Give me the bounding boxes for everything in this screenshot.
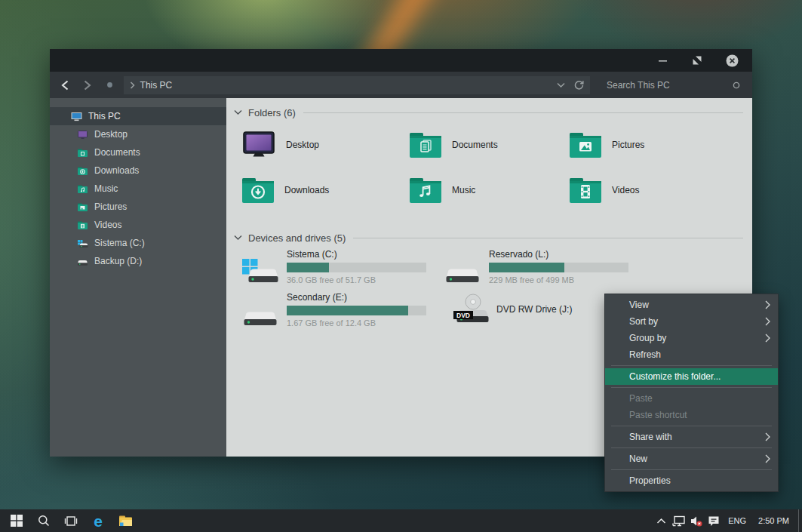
computer-icon <box>71 111 82 122</box>
sidebar-item-pictures[interactable]: Pictures <box>50 198 226 216</box>
file-explorer-button[interactable] <box>115 509 136 532</box>
menu-item-label: New <box>629 454 647 464</box>
section-title: Folders (6) <box>248 107 296 118</box>
language-indicator[interactable]: ENG <box>722 509 752 532</box>
drive-tile-reservado-l[interactable]: Reservado (L:) 229 MB free of 499 MB <box>444 249 628 287</box>
close-icon <box>726 54 739 67</box>
sidebar-item-downloads[interactable]: Downloads <box>50 161 226 180</box>
volume-tray-button[interactable] <box>687 509 705 532</box>
sidebar-item-videos[interactable]: Videos <box>50 216 226 234</box>
desktop-icon <box>77 129 88 140</box>
menu-item-share-with[interactable]: Share with <box>605 429 778 445</box>
menu-item-sort-by[interactable]: Sort by <box>605 313 778 330</box>
collapse-chevron-icon[interactable] <box>234 235 242 241</box>
minimize-button[interactable] <box>653 52 672 69</box>
menu-item-label: Refresh <box>629 349 661 360</box>
music-folder-icon <box>77 183 88 195</box>
back-button[interactable] <box>59 79 71 91</box>
sidebar-item-this-pc[interactable]: This PC <box>50 107 226 125</box>
address-dropdown-icon[interactable] <box>557 82 565 88</box>
start-button[interactable] <box>6 509 27 532</box>
sidebar-item-label: Sistema (C:) <box>94 238 145 248</box>
menu-item-view[interactable]: View <box>605 297 778 313</box>
downloads-folder-icon <box>77 165 88 177</box>
submenu-arrow-icon <box>765 317 770 326</box>
pictures-folder-icon <box>77 201 88 213</box>
sidebar-item-desktop[interactable]: Desktop <box>50 125 226 143</box>
menu-item-group-by[interactable]: Group by <box>605 330 778 346</box>
restore-icon <box>693 56 702 65</box>
close-button[interactable] <box>722 52 742 69</box>
recent-locations-icon <box>106 81 113 88</box>
menu-item-label: Paste <box>629 393 653 404</box>
context-menu: View Sort by Group by Refresh Customize … <box>604 294 779 492</box>
sidebar-item-label: Documents <box>94 147 140 158</box>
sidebar-item-label: Music <box>94 183 118 194</box>
show-desktop-button[interactable] <box>798 509 802 532</box>
submenu-arrow-icon <box>765 432 770 441</box>
folder-tile-downloads[interactable]: Downloads <box>241 174 329 207</box>
folder-tile-documents[interactable]: Documents <box>409 128 498 161</box>
minimize-icon <box>659 57 667 65</box>
taskbar-search-button[interactable] <box>33 509 54 532</box>
windows-logo-icon <box>11 515 23 527</box>
capacity-bar-fill <box>287 263 329 272</box>
section-header-folders: Folders (6) <box>226 106 752 119</box>
network-tray-button[interactable] <box>670 509 687 532</box>
folder-label: Music <box>452 185 475 195</box>
breadcrumb: This PC <box>140 80 173 91</box>
action-center-button[interactable] <box>705 509 722 532</box>
clock[interactable]: 2:50 PM <box>752 509 795 532</box>
search-input[interactable] <box>596 76 752 94</box>
drive-tile-sistema-c[interactable]: Sistema (C:) 36.0 GB free of 51.7 GB <box>241 249 426 287</box>
breadcrumb-chevron-icon <box>130 81 135 89</box>
task-view-button[interactable] <box>60 509 81 532</box>
dvd-drive-icon: DVD <box>453 293 489 328</box>
documents-folder-icon <box>77 147 88 158</box>
address-bar[interactable]: This PC <box>124 76 590 94</box>
recent-locations-button[interactable] <box>104 79 116 91</box>
folder-tile-pictures[interactable]: Pictures <box>569 128 644 161</box>
tray-overflow-button[interactable] <box>653 509 670 532</box>
capacity-bar <box>287 263 426 272</box>
drive-icon <box>241 298 279 330</box>
sidebar-item-backup-d[interactable]: Backup (D:) <box>50 252 226 270</box>
folder-tile-music[interactable]: Music <box>409 174 475 207</box>
drive-tile-dvd-j[interactable]: DVD DVD RW Drive (J:) <box>453 293 572 328</box>
back-icon <box>60 80 69 91</box>
menu-separator <box>611 469 772 470</box>
sidebar-item-sistema-c[interactable]: Sistema (C:) <box>50 234 226 252</box>
edge-browser-button[interactable]: e <box>88 509 109 532</box>
drive-name: Secondary (E:) <box>287 292 426 304</box>
restore-button[interactable] <box>687 52 707 69</box>
submenu-arrow-icon <box>765 334 770 343</box>
drive-icon <box>77 256 88 267</box>
menu-item-label: Paste shortcut <box>629 410 687 420</box>
collapse-chevron-icon[interactable] <box>234 109 242 115</box>
chevron-up-icon <box>656 518 666 524</box>
system-drive-icon <box>241 255 279 287</box>
drive-tile-secondary-e[interactable]: Secondary (E:) 1.67 GB free of 12.4 GB <box>241 292 426 330</box>
forward-button[interactable] <box>81 79 94 91</box>
taskbar: e <box>0 509 802 532</box>
file-explorer-icon <box>118 515 133 527</box>
folder-label: Downloads <box>284 185 329 195</box>
refresh-icon[interactable] <box>574 80 584 90</box>
search-icon[interactable] <box>733 81 740 89</box>
folder-tile-videos[interactable]: Videos <box>569 174 639 207</box>
menu-item-refresh[interactable]: Refresh <box>605 346 778 363</box>
menu-item-label: Sort by <box>629 316 658 327</box>
sidebar-item-label: Backup (D:) <box>94 256 142 266</box>
system-drive-icon <box>77 238 88 249</box>
folder-tile-desktop[interactable]: Desktop <box>241 128 319 161</box>
menu-item-new[interactable]: New <box>605 451 778 467</box>
menu-item-customize-this-folder[interactable]: Customize this folder... <box>605 368 778 385</box>
menu-item-properties[interactable]: Properties <box>605 472 778 489</box>
folder-label: Videos <box>612 185 639 195</box>
section-rule <box>353 238 743 238</box>
videos-folder-icon <box>569 176 602 204</box>
volume-muted-icon <box>690 515 702 527</box>
sidebar-item-label: Pictures <box>94 201 127 212</box>
sidebar-item-documents[interactable]: Documents <box>50 143 226 161</box>
sidebar-item-music[interactable]: Music <box>50 180 226 198</box>
